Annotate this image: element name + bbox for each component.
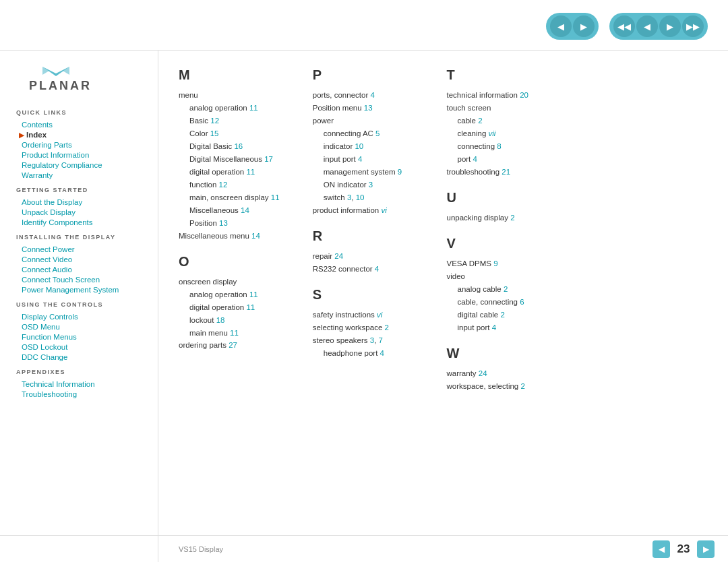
footer: VS15 Display ◀ 23 ▶	[0, 535, 728, 562]
entry-onscreen-digital: digital operation 11	[179, 301, 306, 314]
letter-m: M	[179, 64, 306, 86]
entry-safety: safety instructions vi	[313, 309, 440, 321]
entry-color: Color 15	[179, 127, 306, 140]
entry-product-info: product information vi	[313, 204, 440, 217]
entry-main-menu: main menu 11	[179, 327, 306, 340]
col-m-o: M menu analog operation 11 Basic 12 Colo…	[179, 64, 306, 393]
sidebar-item-about[interactable]: About the Display	[16, 197, 151, 207]
letter-u: U	[447, 187, 574, 209]
entry-function: function 12	[179, 179, 306, 191]
entry-digital-op: digital operation 11	[179, 166, 306, 179]
sidebar-item-osd-menu[interactable]: OSD Menu	[16, 321, 151, 332]
sidebar-item-contents[interactable]: Contents	[16, 119, 151, 129]
quick-links-section: QUICK LINKS Contents ▶Index Ordering Par…	[16, 109, 151, 180]
sidebar-item-technical-info[interactable]: Technical Information	[16, 379, 151, 389]
entry-touch-screen: touch screen	[447, 102, 574, 115]
entry-technical: technical information 20	[447, 89, 574, 102]
entry-repair: repair 24	[313, 250, 440, 263]
main-content: M menu analog operation 11 Basic 12 Colo…	[158, 51, 728, 535]
entry-digital-cable: digital cable 2	[447, 309, 574, 321]
nav-next-button[interactable]: ▶	[659, 15, 681, 37]
sidebar-item-connect-touch[interactable]: Connect Touch Screen	[16, 274, 151, 284]
entry-video-input: input port 4	[447, 321, 574, 334]
logo-area: PLANAR	[16, 61, 151, 97]
using-controls-section: USING THE CONTROLS Display Controls OSD …	[16, 301, 151, 362]
sidebar-item-regulatory[interactable]: Regulatory Compliance	[16, 160, 151, 170]
sidebar-item-identify[interactable]: Identify Components	[16, 217, 151, 227]
entry-misc-menu: Miscellaneous menu 14	[179, 230, 306, 243]
sidebar-item-ddc-change[interactable]: DDC Change	[16, 352, 151, 362]
nav-back-button[interactable]: ◀	[550, 15, 572, 37]
nav-prev-button[interactable]: ◀	[636, 15, 658, 37]
entry-input-port: input port 4	[313, 153, 440, 166]
svg-marker-1	[42, 67, 49, 75]
entry-basic: Basic 12	[179, 115, 306, 127]
entry-stereo: stereo speakers 3, 7	[313, 334, 440, 347]
sidebar-item-display-controls[interactable]: Display Controls	[16, 311, 151, 321]
nav-first-button[interactable]: ◀◀	[613, 15, 635, 37]
nav-buttons: ◀ ▶ ◀◀ ◀ ▶ ▶▶	[546, 13, 708, 40]
entry-menu: menu	[179, 89, 306, 102]
using-controls-header: USING THE CONTROLS	[16, 301, 151, 308]
footer-label: VS15 Display	[158, 545, 653, 553]
sidebar-item-power-management[interactable]: Power Management System	[16, 284, 151, 294]
entry-vesa: VESA DPMS 9	[447, 257, 574, 270]
entry-mgmt-system: management system 9	[313, 166, 440, 179]
entry-unpacking: unpacking display 2	[447, 212, 574, 224]
appendixes-header: APPENDIXES	[16, 369, 151, 375]
entry-troubleshooting: troubleshooting 21	[447, 166, 574, 179]
entry-video: video	[447, 270, 574, 283]
svg-marker-2	[63, 67, 69, 75]
footer-spacer	[0, 536, 158, 562]
entry-cable-connecting: cable, connecting 6	[447, 296, 574, 309]
entry-on-indicator: ON indicator 3	[313, 179, 440, 191]
getting-started-section: GETTING STARTED About the Display Unpack…	[16, 187, 151, 227]
entry-digital-misc: Digital Miscellaneous 17	[179, 153, 306, 166]
entry-analog-cable: analog cable 2	[447, 283, 574, 296]
sidebar-item-index[interactable]: ▶Index	[16, 129, 151, 139]
entry-ordering: ordering parts 27	[179, 339, 306, 352]
page-next-button[interactable]: ▶	[697, 540, 715, 558]
entry-selecting: selecting workspace 2	[313, 321, 440, 334]
letter-t: T	[447, 64, 574, 86]
entry-main-onscreen: main, onscreen display 11	[179, 191, 306, 204]
entry-digital-basic: Digital Basic 16	[179, 140, 306, 153]
entry-switch: switch 3, 10	[313, 191, 440, 204]
col-p-r-s: P ports, connector 4 Position menu 13 po…	[313, 64, 440, 393]
letter-s: S	[313, 284, 440, 306]
entry-onscreen-analog: analog operation 11	[179, 288, 306, 301]
body-area: PLANAR QUICK LINKS Contents ▶Index Order…	[0, 51, 728, 535]
installing-section: INSTALLING THE DISPLAY Connect Power Con…	[16, 234, 151, 294]
nav-last-button[interactable]: ▶▶	[682, 15, 704, 37]
letter-o: O	[179, 251, 306, 273]
sidebar-item-warranty[interactable]: Warranty	[16, 170, 151, 180]
sidebar-item-unpack[interactable]: Unpack Display	[16, 207, 151, 217]
entry-ts-connecting: connecting 8	[447, 140, 574, 153]
page-prev-button[interactable]: ◀	[653, 540, 670, 558]
entry-connecting-ac: connecting AC 5	[313, 127, 440, 140]
entry-headphone: headphone port 4	[313, 347, 440, 360]
sidebar-item-osd-lockout[interactable]: OSD Lockout	[16, 342, 151, 352]
index-grid: M menu analog operation 11 Basic 12 Colo…	[179, 64, 708, 393]
appendixes-section: APPENDIXES Technical Information Trouble…	[16, 369, 151, 399]
entry-lockout: lockout 18	[179, 314, 306, 327]
entry-indicator: indicator 10	[313, 140, 440, 153]
entry-onscreen: onscreen display	[179, 276, 306, 288]
sidebar-item-ordering[interactable]: Ordering Parts	[16, 139, 151, 150]
sidebar-item-connect-audio[interactable]: Connect Audio	[16, 264, 151, 274]
sidebar-item-product-info[interactable]: Product Information	[16, 150, 151, 160]
letter-r: R	[313, 225, 440, 247]
sidebar-item-connect-video[interactable]: Connect Video	[16, 254, 151, 264]
sidebar-item-function-menus[interactable]: Function Menus	[16, 332, 151, 342]
getting-started-header: GETTING STARTED	[16, 187, 151, 193]
entry-position-menu: Position menu 13	[313, 102, 440, 115]
sidebar-item-connect-power[interactable]: Connect Power	[16, 244, 151, 254]
sidebar: PLANAR QUICK LINKS Contents ▶Index Order…	[0, 51, 158, 535]
letter-v: V	[447, 232, 574, 255]
entry-power: power	[313, 115, 440, 127]
nav-forward-button[interactable]: ▶	[573, 15, 595, 37]
col-t-u-v: T technical information 20 touch screen …	[447, 64, 574, 393]
page-navigation: ◀ 23 ▶	[653, 540, 715, 558]
sidebar-item-troubleshooting[interactable]: Troubleshooting	[16, 389, 151, 399]
col-empty	[580, 64, 708, 393]
